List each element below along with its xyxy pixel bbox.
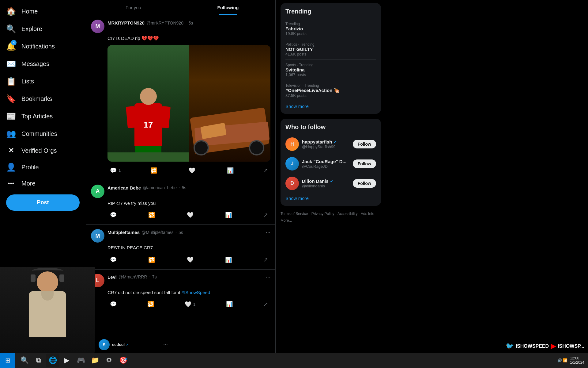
tweet-author-row: American Bebe @american_bebe · 5s ··· xyxy=(107,185,270,191)
retweet-action[interactable]: 🔁 xyxy=(148,165,161,176)
sidebar-item-home[interactable]: 🏠 Home xyxy=(0,3,86,20)
tweet-card[interactable]: L Levi @MrnanVRRR · 7s ··· CR7 did not d… xyxy=(86,270,275,314)
avatar: J xyxy=(285,157,299,171)
trending-item[interactable]: Politics · Trending NOT GUILTY 41.6K pos… xyxy=(285,39,376,60)
sidebar-item-notifications[interactable]: 🔔 Notifications 4 xyxy=(0,38,86,55)
trending-item[interactable]: Television · Trending #OnePieceLiveActio… xyxy=(285,80,376,101)
trending-item[interactable]: Trending Fabrizio 19.8K posts xyxy=(285,19,376,39)
taskbar-extra[interactable]: 🎯 xyxy=(116,354,130,367)
tab-following[interactable]: Following xyxy=(181,0,275,15)
like-action[interactable]: 🤍 xyxy=(184,210,196,220)
sidebar-item-top-articles[interactable]: 📰 Top Articles xyxy=(0,108,86,125)
tweet-card[interactable]: M MRKRYPTON920 @mrKRYPTON920 · 5s ··· Cr… xyxy=(86,15,275,180)
sidebar-label-explore: Explore xyxy=(21,25,42,33)
tweet-time: 5s xyxy=(182,185,186,190)
post-button[interactable]: Post xyxy=(6,194,80,211)
reply-icon: 💬 xyxy=(110,301,117,308)
reply-action[interactable]: 💬 xyxy=(107,210,119,220)
feed-tabs: For you Following xyxy=(86,0,275,15)
reply-action[interactable]: 💬 xyxy=(107,255,119,265)
sidebar-item-lists[interactable]: 📋 Lists xyxy=(0,73,86,90)
hashtag-link[interactable]: #IShowSpeed xyxy=(182,290,210,295)
taskbar-view[interactable]: ⧉ xyxy=(32,354,45,367)
footer-link-ads[interactable]: Ads Info xyxy=(361,212,374,216)
follow-button[interactable]: Follow xyxy=(353,179,376,188)
tweet-meta: Levi @MrnanVRRR · 7s ··· xyxy=(107,274,270,280)
retweet-icon: 🔁 xyxy=(150,167,157,174)
taskbar-chrome[interactable]: 🌐 xyxy=(46,354,59,367)
tweet-more-button[interactable]: ··· xyxy=(266,20,270,26)
tweet-time: 5s xyxy=(188,21,193,25)
views-action[interactable]: 📊 xyxy=(223,210,234,220)
sidebar-label-notifications: Notifications xyxy=(21,43,55,50)
windows-icon: ⊞ xyxy=(5,357,10,364)
sidebar-item-profile[interactable]: 👤 Profile xyxy=(0,159,86,176)
taskbar-files[interactable]: 📁 xyxy=(88,354,102,367)
username-bottom: eedsul xyxy=(112,342,125,347)
tweet-card[interactable]: M Multipleftames @Multipleftames · 5s ··… xyxy=(86,225,275,270)
trending-category: Sports · Trending xyxy=(285,63,376,67)
sidebar-item-verified-orgs[interactable]: ✕ Verified Orgs xyxy=(0,143,86,158)
brand-text-1: ISHOWSPEED xyxy=(516,343,549,349)
steam-icon: 🎮 xyxy=(77,356,85,364)
tweet-more-button[interactable]: ··· xyxy=(266,274,270,280)
like-action[interactable]: 🤍 xyxy=(186,165,200,176)
sidebar-label-lists: Lists xyxy=(21,78,34,85)
show-more-trending[interactable]: Show more xyxy=(285,104,376,109)
wtf-name: Dillon Danis ✓ xyxy=(302,178,350,184)
footer-link-accessibility[interactable]: Accessibility xyxy=(337,212,357,216)
views-action[interactable]: 📊 xyxy=(223,255,234,265)
more-options-bottom[interactable]: ··· xyxy=(163,341,168,348)
tweet-header: M Multipleftames @Multipleftames · 5s ··… xyxy=(91,229,270,243)
tweet-actions: 💬 🔁 🤍 📊 ↗ xyxy=(91,210,270,220)
systray-time: 12:001/1/2024 xyxy=(570,356,584,365)
extra-icon: 🎯 xyxy=(119,356,127,364)
footer-link-more[interactable]: More... xyxy=(281,218,292,223)
share-icon: ↗ xyxy=(263,167,268,174)
share-action[interactable]: ↗ xyxy=(261,210,270,220)
views-action[interactable]: 📊 xyxy=(224,299,235,309)
share-action[interactable]: ↗ xyxy=(261,299,270,309)
sidebar-label-home: Home xyxy=(21,8,38,15)
search-icon: 🔍 xyxy=(21,356,29,364)
reply-action[interactable]: 💬 xyxy=(107,299,119,309)
tweet-author-name: American Bebe xyxy=(107,185,141,190)
footer-link-privacy[interactable]: Privacy Policy xyxy=(311,212,334,216)
taskbar-steam[interactable]: 🎮 xyxy=(74,354,88,367)
cr7-right xyxy=(189,45,270,162)
sidebar-item-more[interactable]: ••• More xyxy=(0,176,86,191)
trending-category: Trending xyxy=(285,22,376,26)
tweet-more-button[interactable]: ··· xyxy=(266,229,270,236)
tweet-author-name: MRKRYPTON920 xyxy=(107,20,145,25)
sidebar-item-bookmarks[interactable]: 🔖 Bookmarks xyxy=(0,90,86,107)
taskbar-media[interactable]: ▶ xyxy=(60,354,74,367)
taskbar-settings[interactable]: ⚙ xyxy=(102,354,116,367)
share-action[interactable]: ↗ xyxy=(261,255,270,265)
reply-action[interactable]: 💬 1 xyxy=(107,165,123,176)
like-action[interactable]: 🤍 1 xyxy=(182,299,198,309)
who-to-follow-box: Who to follow H happystarfish ✓ @HappySt… xyxy=(281,119,381,206)
show-more-wtf[interactable]: Show more xyxy=(285,196,376,201)
follow-button[interactable]: Follow xyxy=(353,159,376,168)
retweet-action[interactable]: 🔁 xyxy=(145,299,156,309)
taskbar-search[interactable]: 🔍 xyxy=(18,354,31,367)
reply-icon: 💬 xyxy=(110,212,117,218)
tab-for-you[interactable]: For you xyxy=(86,0,181,15)
taskbar-start-button[interactable]: ⊞ xyxy=(0,353,15,368)
follow-button[interactable]: Follow xyxy=(353,140,376,148)
trending-item[interactable]: Sports · Trending Svitolina 1,067 posts xyxy=(285,60,376,80)
sidebar-item-communities[interactable]: 👥 Communities xyxy=(0,125,86,142)
footer-link-terms[interactable]: Terms of Service xyxy=(281,212,308,216)
user-avatar-bottom: S xyxy=(99,339,110,350)
retweet-action[interactable]: 🔁 xyxy=(146,210,157,220)
search-icon: 🔍 xyxy=(6,24,16,34)
like-action[interactable]: 🤍 xyxy=(184,255,196,265)
retweet-action[interactable]: 🔁 xyxy=(146,255,157,265)
tweet-author-row: Levi @MrnanVRRR · 7s ··· xyxy=(107,274,270,280)
views-action[interactable]: 📊 xyxy=(224,165,236,176)
tweet-more-button[interactable]: ··· xyxy=(266,185,270,191)
share-action[interactable]: ↗ xyxy=(261,165,270,176)
sidebar-item-messages[interactable]: ✉️ Messages xyxy=(0,56,86,72)
tweet-card[interactable]: A American Bebe @american_bebe · 5s ··· … xyxy=(86,180,275,225)
sidebar-item-explore[interactable]: 🔍 Explore xyxy=(0,21,86,37)
